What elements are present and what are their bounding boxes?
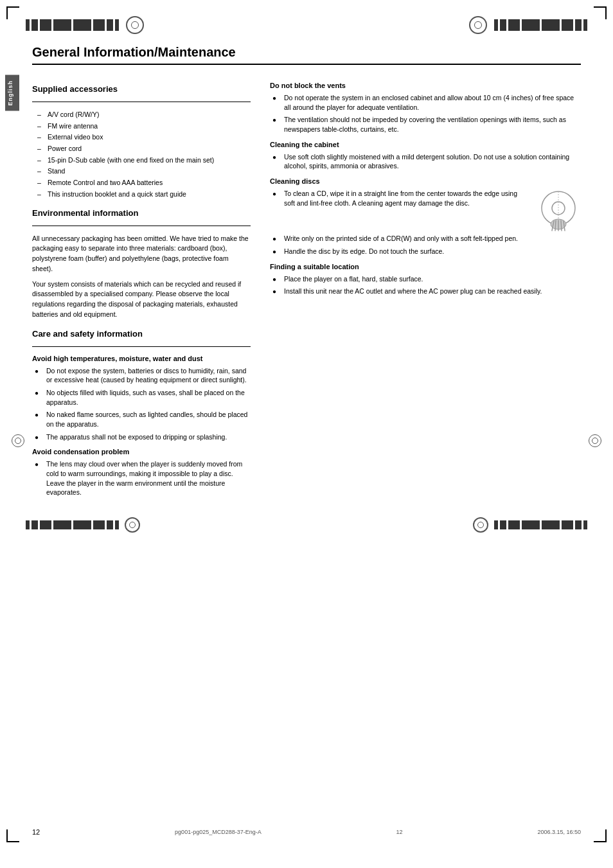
do-not-block-vents-list: Do not operate the system in an enclosed… [270,93,581,134]
right-reg-mark [589,434,601,447]
list-item: To clean a CD, wipe it in a straight lin… [272,189,529,208]
list-item: Install this unit near the AC outlet and… [272,287,581,296]
cleaning-disc-text: To clean a CD, wipe it in a straight lin… [270,189,529,213]
environmental-para-2: Your system consists of materials which … [32,279,251,320]
page-title: General Information/Maintenance [32,45,581,65]
top-bar-circle-left [126,16,144,34]
supplied-accessories-list: A/V cord (R/W/Y) FM wire antenna Externa… [32,110,251,199]
disc-cleaning-image [536,189,581,234]
cleaning-discs-heading: Cleaning discs [270,177,581,185]
bottom-circle-left [125,517,140,533]
avoid-high-temp-list: Do not expose the system, batteries or d… [32,366,251,442]
list-item: 15-pin D-Sub cable (with one end fixed o… [37,155,251,165]
top-bar-right [464,16,587,34]
page-footer: 12 pg001-pg025_MCD288-37-Eng-A 12 2006.3… [32,828,581,836]
list-item: Stand [37,166,251,176]
top-decorative-bar [0,0,613,39]
list-item: No naked flame sources, such as lighted … [35,410,251,429]
supplied-accessories-heading: Supplied accessories [32,84,251,94]
bottom-bar-left [26,517,144,533]
cleaning-discs-area: To clean a CD, wipe it in a straight lin… [270,189,581,234]
svg-line-5 [555,220,556,231]
top-bar-circle-right [469,16,487,34]
svg-line-7 [561,220,562,231]
care-safety-divider [32,346,251,347]
left-column: English Supplied accessories A/V cord (R… [32,75,251,502]
footer-file: pg001-pg025_MCD288-37-Eng-A [175,829,262,835]
list-item: The apparatus shall not be exposed to dr… [35,432,251,442]
list-item: External video box [37,132,251,142]
do-not-block-vents-heading: Do not block the vents [270,82,581,89]
left-reg-mark [12,434,24,447]
cleaning-discs-list: To clean a CD, wipe it in a straight lin… [270,189,529,208]
corner-mark-tr [594,6,607,19]
footer-page: 12 [396,829,403,835]
top-bar-left [26,16,149,34]
cleaning-discs-list-2: Write only on the printed side of a CDR(… [270,234,581,256]
list-item: The lens may cloud over when the player … [35,459,251,497]
list-item: The ventilation should not be impeded by… [272,115,581,134]
environmental-para-1: All unnecessary packaging has been omitt… [32,234,251,274]
avoid-condensation-subheading: Avoid condensation problem [32,448,251,456]
main-content: General Information/Maintenance English … [0,39,613,515]
environmental-information-heading: Environmental information [32,208,251,218]
corner-mark-br [594,829,607,842]
list-item: This instruction booklet and a quick sta… [37,190,251,199]
cleaning-cabinet-heading: Cleaning the cabinet [270,141,581,148]
page-number: 12 [32,828,40,836]
care-safety-heading: Care and safety information [32,329,251,339]
sidebar-language-label: English [5,75,19,111]
bottom-bar-right [469,517,587,533]
list-item: FM wire antenna [37,121,251,131]
avoid-high-temp-subheading: Avoid high temperatures, moisture, water… [32,355,251,362]
bottom-circle-right [473,517,488,533]
bottom-decorative-bar [0,515,613,535]
footer-date: 2006.3.15, 16:50 [537,829,581,835]
finding-location-list: Place the player on a flat, hard, stable… [270,274,581,296]
corner-mark-tl [6,6,19,19]
list-item: Do not expose the system, batteries or d… [35,366,251,385]
list-item: No objects filled with liquids, such as … [35,388,251,407]
list-item: A/V cord (R/W/Y) [37,110,251,120]
two-column-layout: English Supplied accessories A/V cord (R… [32,75,581,502]
finding-location-heading: Finding a suitable location [270,263,581,270]
avoid-condensation-list: The lens may cloud over when the player … [32,459,251,497]
list-item: Place the player on a flat, hard, stable… [272,274,581,284]
list-item: Power cord [37,144,251,154]
list-item: Handle the disc by its edge. Do not touc… [272,247,581,256]
list-item: Use soft cloth slightly moistened with a… [272,152,581,171]
supplied-accessories-divider [32,102,251,102]
environmental-divider [32,226,251,226]
list-item: Remote Control and two AAA batteries [37,178,251,188]
cleaning-cabinet-list: Use soft cloth slightly moistened with a… [270,152,581,171]
corner-mark-bl [6,829,19,842]
page-container: General Information/Maintenance English … [0,0,613,868]
list-item: Do not operate the system in an enclosed… [272,93,581,112]
right-column: Do not block the vents Do not operate th… [270,75,581,502]
list-item: Write only on the printed side of a CDR(… [272,234,581,244]
